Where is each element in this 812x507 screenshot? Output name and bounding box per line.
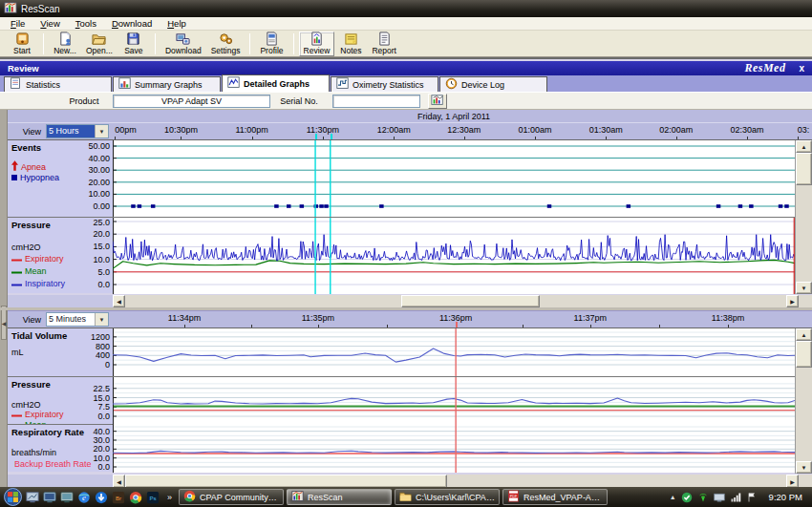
menu-file[interactable]: File bbox=[4, 17, 32, 30]
view-range-select-top[interactable]: 5 Hours ▼ bbox=[46, 124, 109, 138]
quicklaunch-bridge-icon[interactable]: Br bbox=[111, 490, 126, 505]
top-vertical-scrollbar[interactable]: ▲ ▼ bbox=[795, 140, 812, 294]
tray-expand-icon[interactable]: ▲ bbox=[670, 494, 676, 500]
toolbar-new-button[interactable]: New... bbox=[49, 32, 81, 56]
quicklaunch-window-icon[interactable] bbox=[42, 490, 57, 505]
bottom-time-axis[interactable]: 11:34pm11:35pm11:36pm11:37pm11:38pm bbox=[113, 311, 795, 327]
tray-display-icon[interactable] bbox=[713, 490, 727, 504]
tab-device-log[interactable]: Device Log bbox=[439, 76, 547, 92]
clock[interactable]: 9:20 PM bbox=[763, 492, 808, 502]
review-titlebar[interactable]: Review ResMed x bbox=[0, 61, 812, 75]
time-tick-label: 00pm bbox=[115, 125, 137, 135]
time-tick-mark bbox=[251, 325, 252, 327]
scroll-left-icon[interactable]: ◀ bbox=[113, 295, 125, 307]
quicklaunch-show-desktop-icon[interactable] bbox=[25, 490, 40, 505]
legend-label: Expiratory bbox=[25, 254, 64, 264]
chevron-down-icon[interactable]: ▼ bbox=[95, 125, 108, 137]
bottom-vertical-scrollbar[interactable]: ▲ ▼ bbox=[795, 328, 812, 474]
toolbar-settings-button[interactable]: Settings bbox=[206, 32, 246, 56]
time-tick-mark bbox=[676, 137, 677, 139]
serial-input[interactable] bbox=[332, 95, 420, 108]
bottom-hscroll-thumb[interactable] bbox=[125, 475, 447, 488]
scroll-down-icon[interactable]: ▼ bbox=[796, 282, 812, 294]
quicklaunch-chrome-icon[interactable] bbox=[128, 490, 143, 505]
collapse-panel-button[interactable]: ◀ bbox=[1, 306, 7, 340]
toolbar-download-button[interactable]: Download bbox=[160, 32, 206, 56]
tray-wireless-icon[interactable] bbox=[696, 490, 711, 504]
time-tick-label: 12:00am bbox=[377, 125, 411, 135]
scroll-right-icon[interactable]: ▶ bbox=[786, 475, 799, 488]
taskbar-button-folder[interactable]: C:\Users\Karl\CPAP I... bbox=[395, 489, 500, 505]
top-hscroll-track[interactable]: ◀ ▶ bbox=[113, 295, 812, 307]
toolbar-open-button[interactable]: Open... bbox=[81, 32, 118, 56]
quicklaunch-photoshop-icon[interactable]: Ps bbox=[145, 490, 160, 505]
tray-security-icon[interactable] bbox=[680, 490, 694, 504]
menu-help[interactable]: Help bbox=[160, 17, 193, 30]
top-hscroll-thumb[interactable] bbox=[401, 295, 540, 307]
toolbar-overflow-chevron[interactable]: » bbox=[163, 493, 176, 502]
toolbar-review-button[interactable]: Review bbox=[299, 32, 335, 56]
start-button[interactable] bbox=[4, 488, 22, 506]
legend-hypopnea: Hypopnea bbox=[11, 173, 59, 182]
folder-icon bbox=[399, 490, 412, 504]
top-time-header: View 5 Hours ▼ 00pm10:30pm11:00pm11:30pm… bbox=[8, 123, 812, 140]
panel-events: EventsApneaHypopnea50.0040.0030.0020.001… bbox=[8, 140, 795, 217]
top-time-axis[interactable]: 00pm10:30pm11:00pm11:30pm12:00am12:30am0… bbox=[113, 123, 795, 139]
view-range-select-bottom[interactable]: 5 Minutes ▼ bbox=[46, 312, 109, 327]
tab-detailed-graphs[interactable]: Detailed Graphs bbox=[222, 74, 330, 92]
plot-tidal[interactable] bbox=[113, 328, 795, 376]
y-axis-tick-label: 50.00 bbox=[72, 141, 110, 151]
tray-signal-icon[interactable] bbox=[729, 490, 743, 504]
plot-resp[interactable] bbox=[113, 425, 795, 473]
menu-view[interactable]: View bbox=[33, 17, 66, 30]
close-icon[interactable]: x bbox=[799, 63, 804, 74]
time-tick-label: 11:38pm bbox=[712, 313, 744, 323]
tray-flag-icon[interactable] bbox=[745, 490, 759, 504]
y-axis-tick-label: 40.00 bbox=[72, 154, 110, 163]
scroll-left-icon[interactable]: ◀ bbox=[113, 475, 125, 488]
taskbar-button-chrome[interactable]: CPAP Community - ... bbox=[179, 489, 284, 505]
bottom-hscroll-track[interactable]: ◀ ▶ bbox=[113, 475, 812, 488]
toolbar-notes-button[interactable]: Notes bbox=[334, 32, 367, 56]
panel-unit-label: breaths/min bbox=[11, 448, 56, 457]
tab-label: Device Log bbox=[461, 80, 504, 90]
time-tick-mark bbox=[115, 137, 116, 139]
toolbar-save-button[interactable]: Save bbox=[118, 32, 150, 56]
plot-pressure5h[interactable] bbox=[113, 218, 795, 294]
scroll-up-icon[interactable]: ▲ bbox=[796, 140, 812, 153]
plot-events[interactable] bbox=[113, 140, 795, 217]
panel-title: Pressure bbox=[11, 220, 51, 230]
scroll-right-icon[interactable]: ▶ bbox=[786, 295, 799, 307]
time-tick-mark bbox=[184, 325, 185, 327]
graph-options-button[interactable] bbox=[428, 94, 447, 109]
menu-download[interactable]: Download bbox=[105, 17, 159, 30]
resscan-app-icon bbox=[4, 1, 17, 16]
taskbar-button-pdf[interactable]: PDFResMed_VPAP-Adap... bbox=[502, 489, 608, 505]
top-vscroll-thumb[interactable] bbox=[796, 153, 812, 185]
scroll-down-icon[interactable]: ▼ bbox=[796, 461, 812, 474]
scroll-up-icon[interactable]: ▲ bbox=[796, 328, 812, 341]
quicklaunch-ie-icon[interactable]: e bbox=[76, 490, 92, 505]
quicklaunch-arrow-down-icon[interactable] bbox=[94, 490, 109, 505]
window-titlebar[interactable]: ResScan bbox=[0, 0, 812, 17]
tab-summary-graphs[interactable]: Summary Graphs bbox=[113, 76, 221, 92]
line-legend-icon bbox=[11, 254, 22, 264]
bottom-vscroll-thumb[interactable] bbox=[796, 341, 812, 368]
new-icon bbox=[58, 32, 73, 46]
tab-label: Detailed Graphs bbox=[244, 79, 310, 89]
chevron-down-icon[interactable]: ▼ bbox=[95, 313, 108, 326]
time-tick-mark bbox=[181, 137, 182, 139]
time-tick-mark bbox=[252, 137, 253, 139]
tab-statistics[interactable]: Statistics bbox=[4, 76, 112, 92]
time-tick-label: 02:30am bbox=[731, 125, 764, 135]
quicklaunch-computer-icon[interactable] bbox=[59, 490, 75, 505]
taskbar-button-resscan[interactable]: ResScan bbox=[287, 489, 392, 505]
toolbar-report-button[interactable]: Report bbox=[367, 32, 401, 56]
toolbar-profile-button[interactable]: Profile bbox=[255, 32, 288, 56]
tab-oximetry-statistics[interactable]: Oximetry Statistics bbox=[331, 76, 438, 92]
menu-tools[interactable]: Tools bbox=[69, 17, 103, 30]
serial-label: Serial No. bbox=[270, 96, 328, 106]
plot-pressure5m[interactable] bbox=[113, 377, 795, 425]
legend-mean: Mean bbox=[11, 420, 47, 424]
toolbar-start-button[interactable]: Start bbox=[6, 32, 38, 56]
